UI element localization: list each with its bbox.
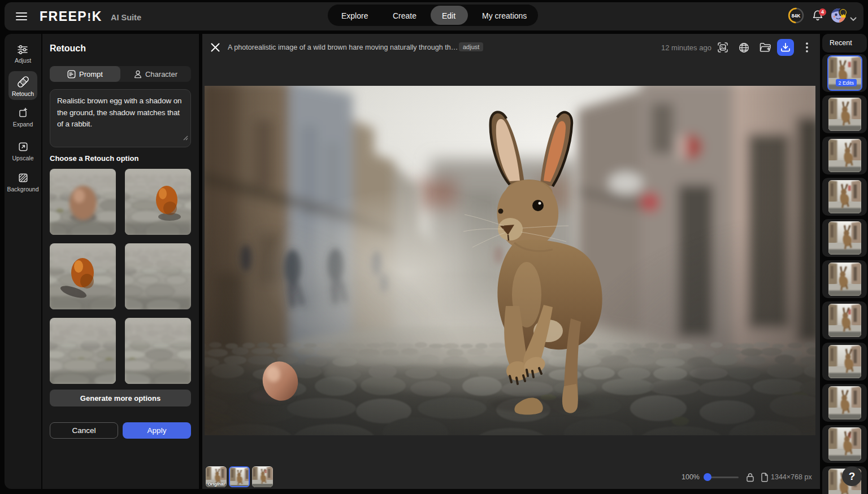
- svg-text:84K: 84K: [792, 13, 800, 19]
